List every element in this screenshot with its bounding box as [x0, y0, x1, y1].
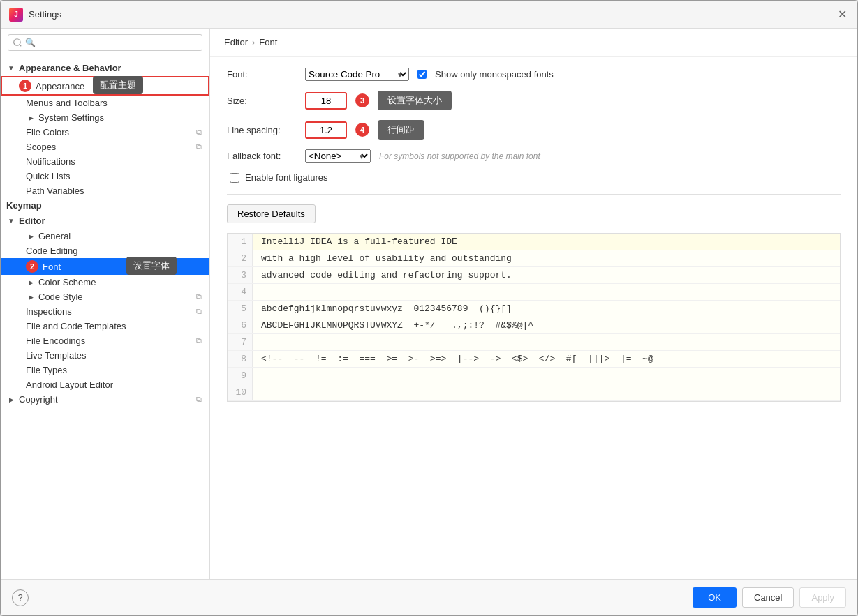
title-bar: J Settings ✕	[1, 1, 857, 29]
tooltip-set-font: 设置字体	[126, 257, 177, 275]
chevron-right-icon: ▶	[26, 292, 36, 302]
line-number: 2	[228, 250, 253, 266]
sidebar-item-copyright[interactable]: ▶ Copyright ⧉	[1, 392, 209, 407]
line-number: 4	[228, 284, 253, 300]
line-spacing-input[interactable]	[305, 121, 347, 139]
fallback-hint: For symbols not supported by the main fo…	[379, 151, 540, 161]
preview-area: 1 IntelliJ IDEA is a full-featured IDE 2…	[227, 233, 841, 402]
font-label: Font:	[227, 69, 297, 80]
preview-line-3: 3 advanced code editing and refactoring …	[228, 267, 840, 284]
sidebar-item-appearance-behavior[interactable]: ▼ Appearance & Behavior	[1, 60, 209, 76]
line-text: <!-- -- != := === >= >- >=> |--> -> <$> …	[253, 351, 662, 367]
sidebar-item-label: Menus and Toolbars	[26, 98, 108, 108]
preview-line-5: 5 abcdefghijklmnopqrstuvwxyz 0123456789 …	[228, 301, 840, 317]
sidebar-item-label: Notifications	[26, 156, 75, 167]
breadcrumb-editor: Editor	[224, 37, 248, 47]
preview-line-6: 6 ABCDEFGHIJKLMNOPQRSTUVWXYZ +-*/= .,;:!…	[228, 317, 840, 334]
line-text: IntelliJ IDEA is a full-featured IDE	[253, 234, 466, 250]
sidebar-item-color-scheme[interactable]: ▶ Color Scheme	[1, 275, 209, 290]
size-input[interactable]	[305, 92, 347, 110]
sidebar-item-label: Path Variables	[26, 186, 84, 196]
sidebar-item-editor[interactable]: ▼ Editor	[1, 213, 209, 229]
sidebar-item-label: Copyright	[19, 394, 58, 405]
section-label: Editor	[19, 216, 45, 226]
sidebar-item-general[interactable]: ▶ General	[1, 229, 209, 243]
sidebar-item-inspections[interactable]: Inspections ⧉	[1, 304, 209, 319]
ligatures-row: Enable font ligatures	[230, 172, 841, 183]
sidebar-item-font[interactable]: 2 Font 设置字体	[1, 258, 209, 275]
footer: ? OK Cancel Apply	[1, 579, 857, 615]
sidebar-item-label: Appearance	[36, 81, 84, 91]
line-text: advanced code editing and refactoring su…	[253, 267, 520, 283]
copy-icon: ⧉	[194, 142, 204, 152]
line-number: 5	[228, 301, 253, 317]
sidebar-item-label: File Types	[26, 365, 67, 375]
sidebar-item-label: System Settings	[38, 112, 104, 123]
sidebar-item-keymap[interactable]: Keymap	[1, 198, 209, 213]
line-spacing-row: Line spacing: 4 行间距	[227, 120, 841, 140]
help-button[interactable]: ?	[12, 589, 29, 606]
sidebar-item-code-editing[interactable]: Code Editing	[1, 243, 209, 258]
sidebar-item-label: Scopes	[26, 142, 56, 152]
monospaced-checkbox[interactable]	[417, 70, 427, 79]
sidebar-item-file-colors[interactable]: File Colors ⧉	[1, 125, 209, 140]
line-number: 1	[228, 234, 253, 250]
settings-window: J Settings ✕ ▼ Appearance & Behavior 1 A…	[0, 0, 858, 616]
main-content: ▼ Appearance & Behavior 1 Appearance 配置主…	[1, 29, 857, 579]
line-spacing-label: Line spacing:	[227, 125, 297, 135]
chevron-right-icon: ▶	[26, 278, 36, 287]
sidebar-item-label: General	[38, 231, 71, 241]
copy-icon: ⧉	[194, 336, 204, 346]
close-button[interactable]: ✕	[835, 8, 849, 22]
sidebar-item-system-settings[interactable]: ▶ System Settings	[1, 110, 209, 125]
sidebar-item-notifications[interactable]: Notifications	[1, 154, 209, 169]
sidebar-item-label: File Colors	[26, 127, 69, 137]
badge-4: 4	[355, 123, 369, 137]
sidebar-item-live-templates[interactable]: Live Templates	[1, 348, 209, 363]
section-divider	[227, 194, 841, 195]
line-number: 9	[228, 368, 253, 384]
cancel-button[interactable]: Cancel	[742, 587, 794, 608]
panel-body: Font: Source Code Pro Show only monospac…	[210, 57, 857, 579]
sidebar-item-label: Code Style	[38, 292, 83, 302]
badge-2: 2	[26, 260, 38, 273]
ligatures-checkbox[interactable]	[230, 173, 239, 183]
sidebar-item-menus-toolbars[interactable]: Menus and Toolbars	[1, 96, 209, 110]
size-tooltip-btn[interactable]: 设置字体大小	[378, 91, 452, 110]
app-icon: J	[9, 8, 23, 22]
line-spacing-tooltip-btn[interactable]: 行间距	[378, 120, 424, 140]
sidebar-item-appearance[interactable]: 1 Appearance 配置主题	[1, 76, 209, 96]
fallback-select[interactable]: <None>	[305, 149, 371, 163]
sidebar-item-file-encodings[interactable]: File Encodings ⧉	[1, 333, 209, 348]
size-row: Size: 3 设置字体大小	[227, 91, 841, 110]
sidebar-item-label: Font	[43, 262, 61, 272]
sidebar-item-label: File Encodings	[26, 336, 85, 346]
sidebar-tree: ▼ Appearance & Behavior 1 Appearance 配置主…	[1, 57, 209, 579]
restore-defaults-button[interactable]: Restore Defaults	[227, 204, 316, 223]
copy-icon: ⧉	[194, 292, 204, 302]
line-number: 6	[228, 317, 253, 333]
sidebar-item-label: Inspections	[26, 306, 72, 317]
sidebar-item-code-style[interactable]: ▶ Code Style ⧉	[1, 290, 209, 304]
sidebar-item-android-layout-editor[interactable]: Android Layout Editor	[1, 377, 209, 392]
sidebar-item-file-types[interactable]: File Types	[1, 363, 209, 377]
chevron-right-icon: ▶	[6, 395, 16, 405]
line-text: ABCDEFGHIJKLMNOPQRSTUVWXYZ +-*/= .,;:!? …	[253, 317, 542, 333]
sidebar-item-path-variables[interactable]: Path Variables	[1, 183, 209, 198]
preview-line-7: 7	[228, 334, 840, 351]
copy-icon: ⧉	[194, 307, 204, 317]
apply-button[interactable]: Apply	[799, 587, 846, 608]
line-number: 8	[228, 351, 253, 367]
sidebar-item-file-code-templates[interactable]: File and Code Templates	[1, 319, 209, 333]
line-text: with a high level of usability and outst…	[253, 250, 520, 266]
sidebar-item-scopes[interactable]: Scopes ⧉	[1, 140, 209, 154]
search-input[interactable]	[8, 34, 202, 51]
sidebar-item-label: Code Editing	[26, 246, 77, 256]
footer-buttons: OK Cancel Apply	[693, 587, 846, 608]
preview-line-1: 1 IntelliJ IDEA is a full-featured IDE	[228, 234, 840, 250]
line-text	[253, 368, 269, 384]
ok-button[interactable]: OK	[693, 587, 737, 608]
font-select[interactable]: Source Code Pro	[305, 68, 409, 81]
sidebar-item-quick-lists[interactable]: Quick Lists	[1, 169, 209, 183]
sidebar-item-label: Keymap	[6, 200, 42, 211]
